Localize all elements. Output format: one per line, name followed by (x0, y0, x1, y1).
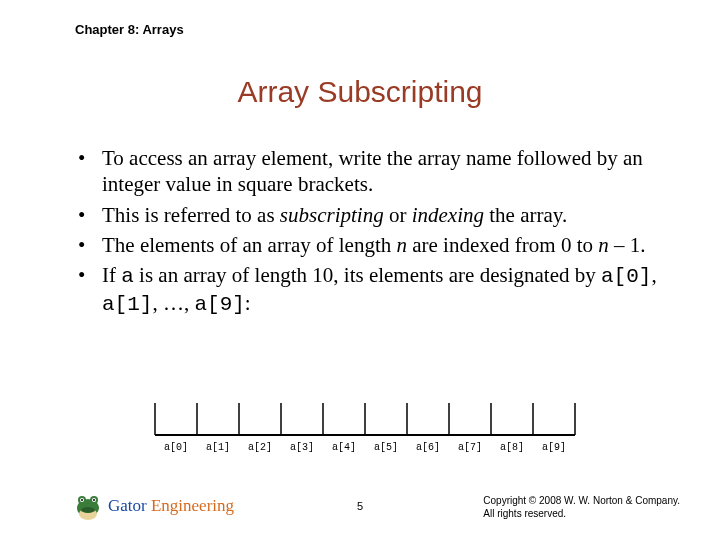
array-cell-label: a[0] (164, 442, 188, 453)
bullet-2-mid2: the array. (484, 203, 567, 227)
array-cell-label: a[5] (374, 442, 398, 453)
bullet-4-code1: a (121, 265, 134, 288)
bullet-4-code2: a[0] (601, 265, 651, 288)
slide-title: Array Subscripting (0, 75, 720, 109)
array-cell-label: a[6] (416, 442, 440, 453)
bullet-4-tail: : (245, 291, 251, 315)
bullet-3-mid2: – 1. (609, 233, 646, 257)
bullet-4-mid1: is an array of length 10, its elements a… (134, 263, 601, 287)
bullet-4: If a is an array of length 10, its eleme… (78, 262, 660, 319)
bullet-4-mid3: , …, (152, 291, 194, 315)
array-cell-label: a[3] (290, 442, 314, 453)
bullet-2-em2: indexing (412, 203, 484, 227)
bullet-2-em1: subscripting (280, 203, 384, 227)
bullet-4-mid2: , (651, 263, 656, 287)
array-cell-label: a[2] (248, 442, 272, 453)
bullet-4-code3: a[1] (102, 293, 152, 316)
footer-copyright: Copyright © 2008 W. W. Norton & Company.… (483, 494, 680, 520)
bullet-3-pre: The elements of an array of length (102, 233, 396, 257)
bullet-3-mid1: are indexed from 0 to (407, 233, 598, 257)
bullet-list: To access an array element, write the ar… (78, 145, 660, 323)
bullet-3-em1: n (396, 233, 407, 257)
bullet-4-code4: a[9] (194, 293, 244, 316)
bullet-2-pre: This is referred to as (102, 203, 280, 227)
array-cell-label: a[9] (542, 442, 566, 453)
array-diagram-svg: a[0]a[1]a[2]a[3]a[4]a[5]a[6]a[7]a[8]a[9] (150, 400, 580, 455)
array-cell-label: a[1] (206, 442, 230, 453)
chapter-header: Chapter 8: Arrays (75, 22, 184, 37)
bullet-2: This is referred to as subscripting or i… (78, 202, 660, 228)
bullet-1-text: To access an array element, write the ar… (102, 146, 643, 196)
copyright-line-2: All rights reserved. (483, 507, 680, 520)
copyright-line-1: Copyright © 2008 W. W. Norton & Company. (483, 494, 680, 507)
array-cell-label: a[4] (332, 442, 356, 453)
bullet-4-pre: If (102, 263, 121, 287)
array-cell-label: a[7] (458, 442, 482, 453)
bullet-1: To access an array element, write the ar… (78, 145, 660, 198)
array-diagram: a[0]a[1]a[2]a[3]a[4]a[5]a[6]a[7]a[8]a[9] (150, 400, 580, 455)
bullet-3: The elements of an array of length n are… (78, 232, 660, 258)
bullet-3-em2: n (598, 233, 609, 257)
bullet-2-mid1: or (384, 203, 412, 227)
array-cell-label: a[8] (500, 442, 524, 453)
